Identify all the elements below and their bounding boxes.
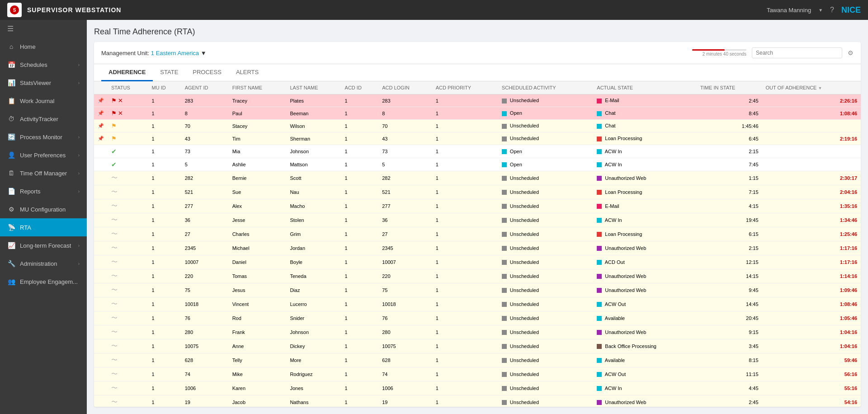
pin-icon[interactable]: 📌 xyxy=(98,110,104,116)
col-timeinstate[interactable]: TIME IN STATE xyxy=(697,81,762,94)
cell-acdid: 1 xyxy=(341,145,379,158)
cell-status: 〜 xyxy=(108,325,148,339)
col-acdlogin[interactable]: ACD LOGIN xyxy=(378,81,432,94)
cell-muid: 1 xyxy=(148,241,181,255)
cell-muid: 1 xyxy=(148,269,181,283)
table-row[interactable]: 〜 1 27 Charles Grim 1 27 1 Unscheduled L… xyxy=(94,227,861,241)
table-row[interactable]: 〜 1 220 Tomas Teneda 1 220 1 Unscheduled… xyxy=(94,269,861,283)
actual-color-box xyxy=(597,246,602,251)
table-row[interactable]: 📌 ⚑ ✕ 1 283 Tracey Plates 1 283 1 Unsche… xyxy=(94,94,861,107)
sidebar-item-home[interactable]: ⌂ Home xyxy=(0,38,87,56)
col-muid[interactable]: MU ID xyxy=(148,81,181,94)
scheduled-color-box xyxy=(502,99,507,104)
help-icon[interactable]: ? xyxy=(830,6,834,14)
cell-acdpriority: 1 xyxy=(432,311,498,325)
sidebar-item-employeeengagement[interactable]: 👥 Employee Engagem... xyxy=(0,273,87,291)
cell-acdpriority: 1 xyxy=(432,283,498,297)
table-row[interactable]: 〜 1 10075 Anne Dickey 1 10075 1 Unschedu… xyxy=(94,339,861,353)
pin-icon[interactable]: 📌 xyxy=(98,136,104,141)
table-row[interactable]: 〜 1 76 Rod Snider 1 76 1 Unscheduled Ava… xyxy=(94,311,861,325)
chevron-userpreferences: › xyxy=(78,153,80,158)
cell-actual: ACW Out xyxy=(593,297,697,311)
chevron-reports: › xyxy=(78,189,80,194)
tab-process[interactable]: PROCESS xyxy=(185,64,229,81)
card-header: Management Unit: 1 Eastern America ▼ 2 m… xyxy=(94,42,861,64)
table-row[interactable]: 📌 ⚑ ✕ 1 8 Paul Beeman 1 8 1 Open Chat 8:… xyxy=(94,107,861,120)
cell-muid: 1 xyxy=(148,94,181,107)
scheduled-color-box xyxy=(502,316,507,321)
sidebar-item-processmonitor[interactable]: 🔄 Process Monitor › xyxy=(0,128,87,146)
settings-icon[interactable]: ⚙ xyxy=(848,49,854,56)
cell-muid: 1 xyxy=(148,213,181,227)
sidebar-item-activitytracker[interactable]: ⏱ ActivityTracker xyxy=(0,110,87,128)
table-row[interactable]: ✔ 1 73 Mia Johnson 1 73 1 Open ACW In 2:… xyxy=(94,145,861,158)
cell-muid: 1 xyxy=(148,145,181,158)
cell-acdlogin: 36 xyxy=(378,213,432,227)
col-outofadherence[interactable]: OUT OF ADHERENCE ▼ xyxy=(762,81,861,94)
table-row[interactable]: ✔ 1 5 Ashlie Mattson 1 5 1 Open ACW In 7… xyxy=(94,158,861,171)
table-row[interactable]: 〜 1 1006 Karen Jones 1 1006 1 Unschedule… xyxy=(94,381,861,395)
actual-color-box xyxy=(597,344,602,349)
user-chevron[interactable]: ▼ xyxy=(818,8,823,13)
sidebar-item-workjournal[interactable]: 📋 Work Journal xyxy=(0,92,87,110)
sidebar-item-longforecast[interactable]: 📈 Long-term Forecast › xyxy=(0,236,87,254)
sidebar-item-schedules[interactable]: 📅 Schedules › xyxy=(0,56,87,74)
cell-firstname: Stacey xyxy=(229,120,287,132)
tab-state[interactable]: STATE xyxy=(153,64,185,81)
sidebar-item-rta[interactable]: 📡 RTA xyxy=(0,218,87,236)
table-row[interactable]: 〜 1 280 Frank Johnson 1 280 1 Unschedule… xyxy=(94,325,861,339)
cell-muid: 1 xyxy=(148,283,181,297)
sidebar-item-timeoffmanager[interactable]: 🗓 Time Off Manager › xyxy=(0,164,87,182)
cell-acdlogin: 10075 xyxy=(378,339,432,353)
table-row[interactable]: 〜 1 10018 Vincent Lucerro 1 10018 1 Unsc… xyxy=(94,297,861,311)
table-row[interactable]: 〜 1 19 Jacob Nathans 1 19 1 Unscheduled … xyxy=(94,395,861,407)
col-lastname[interactable]: LAST NAME xyxy=(286,81,341,94)
status-wave-icon: 〜 xyxy=(111,244,118,251)
table-row[interactable]: 〜 1 74 Mike Rodriguez 1 74 1 Unscheduled… xyxy=(94,367,861,381)
cell-acdid: 1 xyxy=(341,353,379,367)
cell-outofadherence: 1:17:16 xyxy=(762,255,861,269)
management-unit-value[interactable]: 1 Eastern America xyxy=(151,50,201,56)
table-row[interactable]: 〜 1 36 Jesse Stolen 1 36 1 Unscheduled A… xyxy=(94,213,861,227)
table-row[interactable]: 〜 1 282 Bernie Scott 1 282 1 Unscheduled… xyxy=(94,171,861,185)
sidebar-toggle[interactable]: ☰ xyxy=(0,20,87,38)
status-wave-icon: 〜 xyxy=(111,300,118,307)
col-agentid[interactable]: AGENT ID xyxy=(181,81,229,94)
cell-actual: Loan Processing xyxy=(593,185,697,199)
table-row[interactable]: 〜 1 2345 Michael Jordan 1 2345 1 Unsched… xyxy=(94,241,861,255)
sidebar-item-administration[interactable]: 🔧 Administration › xyxy=(0,254,87,273)
sidebar-item-userpreferences[interactable]: 👤 User Preferences › xyxy=(0,146,87,164)
management-unit-dropdown[interactable]: ▼ xyxy=(201,50,207,56)
col-acdpriority[interactable]: ACD PRIORITY xyxy=(432,81,498,94)
table-row[interactable]: 〜 1 75 Jesus Diaz 1 75 1 Unscheduled Una… xyxy=(94,283,861,297)
table-row[interactable]: 〜 1 521 Sue Nau 1 521 1 Unscheduled Loan… xyxy=(94,185,861,199)
table-row[interactable]: 📌 ⚑ 1 43 Tim Sherman 1 43 1 Unscheduled … xyxy=(94,132,861,145)
sidebar-item-reports[interactable]: 📄 Reports › xyxy=(0,182,87,200)
cell-acdpriority: 1 xyxy=(432,297,498,311)
cell-firstname: Jesus xyxy=(229,283,287,297)
col-actualstate[interactable]: ACTUAL STATE xyxy=(593,81,697,94)
sidebar-item-statsviewer[interactable]: 📊 StatsViewer › xyxy=(0,74,87,92)
col-scheduledactivity[interactable]: SCHEDULED ACTIVITY xyxy=(498,81,594,94)
pin-icon[interactable]: 📌 xyxy=(98,123,104,128)
cell-acdlogin: 521 xyxy=(378,185,432,199)
tab-alerts[interactable]: ALERTS xyxy=(229,64,266,81)
col-status[interactable]: STATUS xyxy=(108,81,148,94)
table-row[interactable]: 📌 ⚑ 1 70 Stacey Wilson 1 70 1 Unschedule… xyxy=(94,120,861,132)
table-row[interactable]: 〜 1 628 Telly More 1 628 1 Unscheduled A… xyxy=(94,353,861,367)
cell-acdpriority: 1 xyxy=(432,395,498,407)
tab-adherence[interactable]: ADHERENCE xyxy=(101,64,153,81)
table-row[interactable]: 〜 1 10007 Daniel Boyle 1 10007 1 Unsched… xyxy=(94,255,861,269)
col-acdid[interactable]: ACD ID xyxy=(341,81,379,94)
pin-icon[interactable]: 📌 xyxy=(98,98,104,103)
table-row[interactable]: 〜 1 277 Alex Macho 1 277 1 Unscheduled E… xyxy=(94,199,861,213)
user-name[interactable]: Tawana Manning xyxy=(767,7,811,14)
col-firstname[interactable]: FIRST NAME xyxy=(229,81,287,94)
status-wave-icon: 〜 xyxy=(111,174,118,181)
sidebar-item-muconfiguration[interactable]: ⚙ MU Configuration xyxy=(0,200,87,218)
search-input[interactable] xyxy=(756,50,838,56)
cell-acdid: 1 xyxy=(341,283,379,297)
status-wave-icon: 〜 xyxy=(111,286,118,293)
cell-acdid: 1 xyxy=(341,171,379,185)
cell-acdlogin: 282 xyxy=(378,171,432,185)
